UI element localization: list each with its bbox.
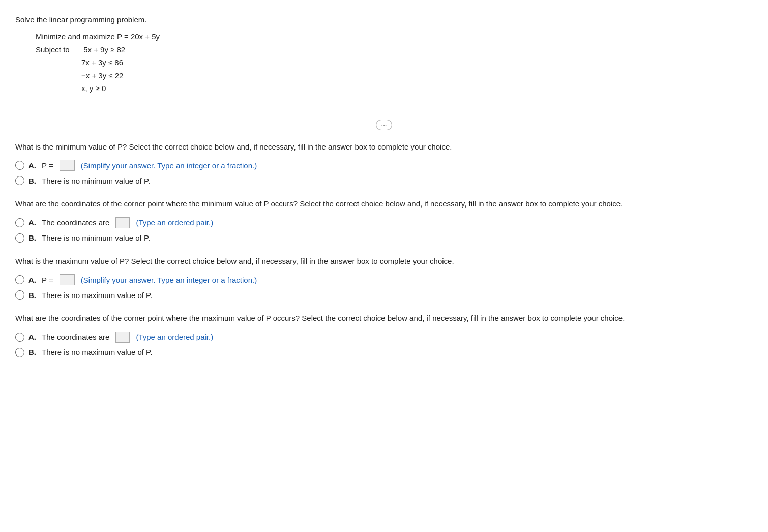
constraint-2-line: 7x + 3y ≤ 86 bbox=[81, 56, 753, 69]
q1-hint-a: (Simplify your answer. Type an integer o… bbox=[81, 161, 257, 170]
q4-text-b: There is no maximum value of P. bbox=[42, 348, 152, 357]
q1-letter-a: A. bbox=[28, 161, 38, 170]
q1-answer-box[interactable] bbox=[60, 160, 75, 171]
constraint-3: −x + 3y ≤ 22 bbox=[81, 71, 123, 80]
q3-option-a-row: A. P = (Simplify your answer. Type an in… bbox=[15, 274, 753, 285]
question-2-text: What are the coordinates of the corner p… bbox=[15, 198, 753, 210]
q2-prefix-a: The coordinates are bbox=[42, 218, 109, 227]
objective-line: Minimize and maximize P = 20x + 5y bbox=[36, 30, 753, 43]
q1-option-b-row: B. There is no minimum value of P. bbox=[15, 176, 753, 185]
objective-label: Minimize and maximize bbox=[36, 30, 115, 43]
constraint-3-line: −x + 3y ≤ 22 bbox=[81, 69, 753, 82]
q1-letter-b: B. bbox=[28, 176, 38, 185]
q1-text-b: There is no minimum value of P. bbox=[42, 176, 150, 185]
divider-button[interactable]: ··· bbox=[376, 120, 393, 130]
divider-row: ··· bbox=[15, 120, 753, 130]
question-4-block: What are the coordinates of the corner p… bbox=[15, 313, 753, 357]
q2-radio-b[interactable] bbox=[15, 233, 24, 243]
q1-prefix-a: P = bbox=[42, 161, 53, 170]
question-3-text: What is the maximum value of P? Select t… bbox=[15, 256, 753, 268]
q1-radio-a[interactable] bbox=[15, 161, 24, 170]
q4-radio-b[interactable] bbox=[15, 348, 24, 357]
question-3-block: What is the maximum value of P? Select t… bbox=[15, 256, 753, 300]
problem-intro: Solve the linear programming problem. bbox=[15, 15, 753, 24]
q4-prefix-a: The coordinates are bbox=[42, 333, 109, 341]
q3-hint-a: (Simplify your answer. Type an integer o… bbox=[81, 276, 257, 284]
question-2-block: What are the coordinates of the corner p… bbox=[15, 198, 753, 243]
subject-to-line: Subject to 5x + 9y ≥ 82 bbox=[36, 43, 753, 56]
constraint-1: 5x + 9y ≥ 82 bbox=[83, 45, 125, 54]
q4-radio-a[interactable] bbox=[15, 333, 24, 342]
q2-radio-a[interactable] bbox=[15, 218, 24, 227]
q2-letter-b: B. bbox=[28, 233, 38, 242]
q3-radio-b[interactable] bbox=[15, 290, 24, 300]
q1-radio-b[interactable] bbox=[15, 176, 24, 185]
q1-option-a-row: A. P = (Simplify your answer. Type an in… bbox=[15, 160, 753, 171]
q2-option-a-row: A. The coordinates are (Type an ordered … bbox=[15, 217, 753, 228]
q3-answer-box[interactable] bbox=[60, 274, 75, 285]
constraint-4: x, y ≥ 0 bbox=[81, 84, 106, 93]
question-1-block: What is the minimum value of P? Select t… bbox=[15, 141, 753, 186]
q3-prefix-a: P = bbox=[42, 276, 53, 284]
question-1-text: What is the minimum value of P? Select t… bbox=[15, 141, 753, 153]
q4-hint-a: (Type an ordered pair.) bbox=[136, 333, 213, 341]
constraint-2: 7x + 3y ≤ 86 bbox=[81, 58, 123, 67]
q4-option-a-row: A. The coordinates are (Type an ordered … bbox=[15, 332, 753, 343]
q4-letter-a: A. bbox=[28, 333, 38, 341]
q4-coords-box[interactable] bbox=[115, 332, 130, 343]
q3-letter-b: B. bbox=[28, 291, 38, 300]
q2-text-b: There is no minimum value of P. bbox=[42, 233, 150, 242]
problem-formulation: Minimize and maximize P = 20x + 5y Subje… bbox=[36, 30, 753, 95]
objective-expr: P = 20x + 5y bbox=[117, 32, 160, 41]
q3-radio-a[interactable] bbox=[15, 275, 24, 284]
q2-coords-box[interactable] bbox=[115, 217, 130, 228]
q2-hint-a: (Type an ordered pair.) bbox=[136, 218, 213, 227]
q2-option-b-row: B. There is no minimum value of P. bbox=[15, 233, 753, 243]
q3-letter-a: A. bbox=[28, 276, 38, 284]
q3-text-b: There is no maximum value of P. bbox=[42, 291, 152, 300]
subject-to-label: Subject to bbox=[36, 43, 81, 56]
q4-letter-b: B. bbox=[28, 348, 38, 357]
problem-section: Solve the linear programming problem. Mi… bbox=[15, 10, 753, 110]
q3-option-b-row: B. There is no maximum value of P. bbox=[15, 290, 753, 300]
constraint-4-line: x, y ≥ 0 bbox=[81, 82, 753, 95]
divider-line-right bbox=[396, 125, 753, 125]
question-4-text: What are the coordinates of the corner p… bbox=[15, 313, 753, 324]
divider-line-left bbox=[15, 125, 372, 125]
q2-letter-a: A. bbox=[28, 218, 38, 227]
q4-option-b-row: B. There is no maximum value of P. bbox=[15, 348, 753, 357]
